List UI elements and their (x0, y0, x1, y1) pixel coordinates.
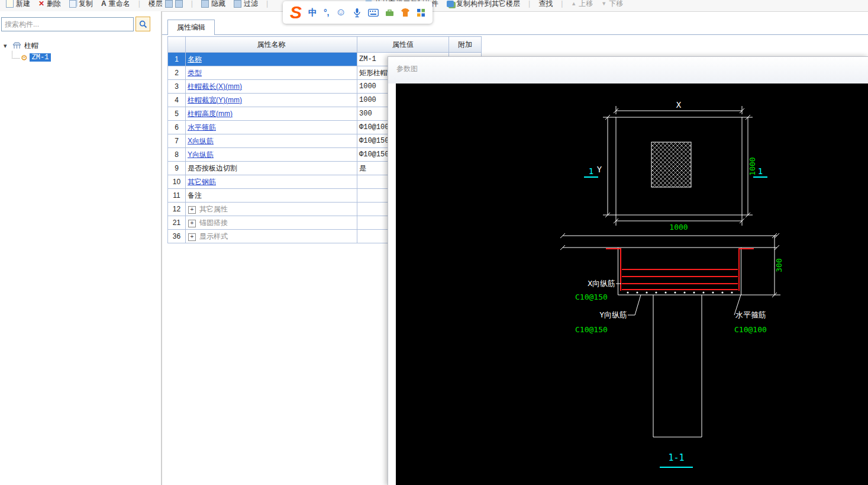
stirrup-label: 水平箍筋 (735, 310, 766, 319)
copy-icon (69, 0, 76, 8)
row-number: 11 (168, 189, 186, 203)
ime-mode-button[interactable]: 中 (308, 7, 317, 18)
row-number: 21 (168, 216, 186, 230)
cap-height-dim: 300 (775, 258, 783, 272)
tree-connector (12, 51, 20, 59)
ime-punct-button[interactable]: °, (324, 8, 330, 17)
expand-icon[interactable]: + (188, 206, 196, 214)
property-group-cell[interactable]: +锚固搭接 (186, 216, 357, 230)
sogou-logo-icon[interactable]: S (290, 4, 302, 21)
plan-dim-right: 1000 (748, 157, 757, 175)
x-bar-value: C10@150 (575, 293, 608, 301)
down-arrow-icon: ▼ (601, 1, 606, 7)
section-marker-left: 1 (589, 166, 593, 176)
row-number: 10 (168, 175, 186, 189)
section-name-label: 1-1 (668, 452, 684, 463)
tab-property-edit[interactable]: 属性编辑 (167, 20, 215, 35)
microphone-icon[interactable] (353, 8, 362, 18)
plan-y-label: Y (597, 165, 602, 174)
row-number: 4 (168, 94, 186, 107)
tree-node-zm1[interactable]: ⚙ ZM-1 (12, 52, 161, 63)
collapse-arrow-icon[interactable]: ▾ (4, 42, 9, 50)
skin-shirt-icon[interactable] (401, 8, 410, 17)
find-button[interactable]: 查找 (538, 0, 553, 9)
toolbar-separator: | (138, 0, 140, 8)
property-group-cell[interactable]: +其它属性 (186, 203, 357, 216)
rebar-lines (606, 249, 754, 291)
plan-view (603, 106, 753, 226)
copy-button[interactable]: 复制 (69, 0, 93, 9)
leader-y-bar (628, 295, 641, 315)
floor-icon (165, 0, 173, 8)
emoji-icon[interactable]: ☺ (336, 7, 346, 18)
search-row (1, 17, 160, 31)
toolbox-icon[interactable] (385, 9, 394, 17)
plan-dim-bottom: 1000 (669, 223, 688, 232)
row-number: 9 (168, 162, 186, 175)
y-bar-label: Y向纵筋 (599, 310, 627, 319)
tree-node-column-cap[interactable]: ▾ 柱帽 (4, 40, 161, 52)
apps-grid-icon[interactable] (417, 8, 425, 17)
row-number: 6 (168, 121, 186, 134)
search-input[interactable] (1, 17, 134, 31)
new-button[interactable]: 新建 (6, 0, 30, 9)
keyboard-icon[interactable] (368, 9, 379, 17)
new-icon (6, 0, 14, 8)
move-down-button[interactable]: ▼下移 (601, 0, 623, 9)
top-toolbar: 新建 ✕删除 复制 A重命名 | 楼层 | 隐藏 过滤 | 从其它楼层复制构件 … (0, 0, 868, 12)
copy-to-floor-button[interactable]: 复制构件到其它楼层 (447, 0, 520, 9)
property-name-cell[interactable]: 名称 (186, 53, 357, 66)
row-number: 12 (168, 203, 186, 216)
property-name-cell[interactable]: Y向纵筋 (186, 148, 357, 162)
property-name-cell[interactable]: 柱帽截宽(Y)(mm) (186, 94, 357, 107)
row-number: 7 (168, 134, 186, 148)
expand-icon[interactable]: + (188, 220, 196, 227)
column-cap-icon (12, 42, 21, 49)
component-tree: ▾ 柱帽 ⚙ ZM-1 (0, 40, 161, 63)
rebar-dots (627, 291, 733, 293)
delete-icon: ✕ (38, 0, 44, 8)
row-number: 8 (168, 148, 186, 162)
copy-to-floor-icon (447, 1, 454, 7)
cad-canvas[interactable]: X Y 1000 1000 1 1 (396, 83, 868, 485)
row-number: 1 (168, 53, 186, 66)
property-name-cell[interactable]: 备注 (186, 189, 357, 203)
rename-button[interactable]: A重命名 (101, 0, 130, 9)
tree-item-label: ZM-1 (30, 53, 51, 62)
property-name-cell[interactable]: 水平箍筋 (186, 121, 357, 134)
floor-icon-2 (175, 0, 183, 8)
search-button[interactable] (135, 17, 150, 31)
row-number: 36 (168, 230, 186, 243)
property-name-cell[interactable]: 柱帽截长(X)(mm) (186, 80, 357, 94)
move-up-button[interactable]: ▲上移 (571, 0, 593, 9)
plan-x-label: X (676, 100, 682, 110)
search-icon (139, 20, 147, 28)
header-blank (168, 37, 186, 53)
property-name-cell[interactable]: 其它钢筋 (186, 175, 357, 189)
toolbar-separator: | (528, 0, 530, 8)
toolbar-separator: | (561, 0, 563, 8)
x-bar-label: X向纵筋 (588, 279, 615, 288)
hide-button[interactable]: 隐藏 (201, 0, 225, 9)
section-view (560, 233, 780, 437)
popup-title: 参数图 (388, 57, 868, 83)
floor-button[interactable]: 楼层 (149, 0, 183, 9)
property-name-cell[interactable]: X向纵筋 (186, 134, 357, 148)
header-property-value[interactable]: 属性值 (357, 37, 449, 53)
property-name-cell[interactable]: 是否按板边切割 (186, 162, 357, 175)
up-arrow-icon: ▲ (571, 1, 576, 7)
filter-button[interactable]: 过滤 (234, 0, 258, 9)
ime-toolbar: S 中 °, ☺ (283, 1, 433, 24)
tab-strip: 属性编辑 (162, 11, 868, 35)
delete-button[interactable]: ✕删除 (38, 0, 61, 9)
property-group-cell[interactable]: +显示样式 (186, 230, 357, 243)
property-name-cell[interactable]: 柱帽高度(mm) (186, 107, 357, 121)
row-number: 5 (168, 107, 186, 121)
expand-icon[interactable]: + (188, 233, 196, 241)
gear-icon: ⚙ (21, 53, 28, 62)
property-name-cell[interactable]: 类型 (186, 66, 357, 80)
stirrup-value: C10@100 (734, 325, 767, 334)
row-number: 2 (168, 66, 186, 80)
header-extra: 附加 (449, 37, 482, 53)
rename-icon: A (101, 0, 107, 8)
